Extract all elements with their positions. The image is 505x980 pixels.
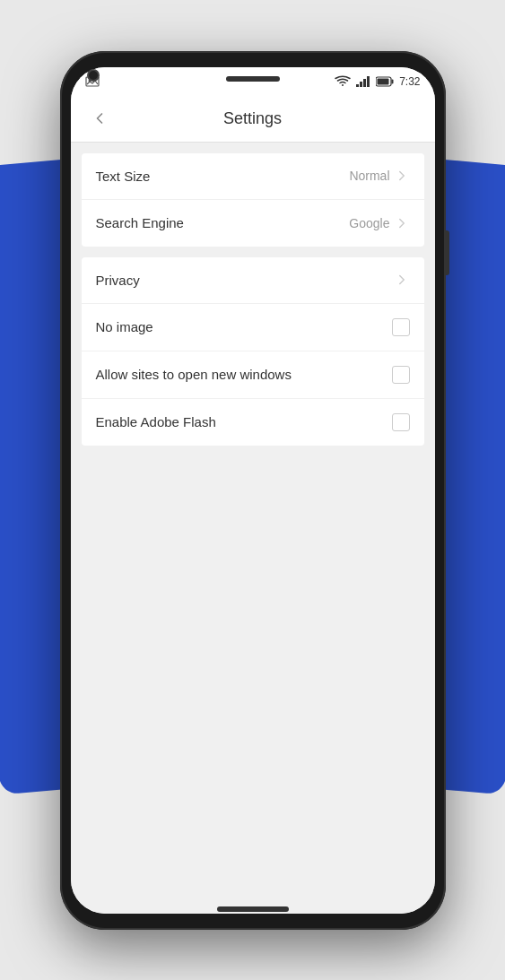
svg-rect-8 — [378, 78, 389, 84]
svg-rect-3 — [360, 82, 362, 87]
search-engine-item[interactable]: Search Engine Google — [82, 200, 424, 247]
privacy-label: Privacy — [96, 273, 394, 288]
settings-content: Text Size Normal Search Engine Google — [71, 143, 435, 914]
wifi-icon — [335, 75, 351, 87]
app-bar: Settings — [71, 96, 435, 143]
settings-group-2: Privacy No image Allow sites to open new… — [82, 257, 424, 446]
privacy-chevron — [394, 272, 410, 288]
top-speaker — [226, 76, 280, 82]
signal-icon — [356, 76, 370, 87]
no-image-item[interactable]: No image — [82, 304, 424, 351]
no-image-label: No image — [96, 319, 392, 334]
search-engine-label: Search Engine — [96, 215, 350, 230]
text-size-chevron — [394, 168, 410, 184]
phone-body: 7:32 Settings Text Size Normal — [60, 51, 446, 930]
status-time: 7:32 — [399, 75, 420, 88]
screen: 7:32 Settings Text Size Normal — [71, 67, 435, 914]
text-size-label: Text Size — [96, 169, 350, 184]
back-button[interactable] — [85, 104, 114, 133]
svg-rect-5 — [367, 76, 370, 87]
text-size-value: Normal — [349, 169, 389, 183]
side-button — [446, 230, 449, 275]
allow-new-windows-checkbox[interactable] — [392, 366, 410, 384]
search-engine-chevron — [394, 215, 410, 231]
front-camera — [87, 69, 100, 82]
status-bar: 7:32 — [71, 67, 435, 96]
privacy-item[interactable]: Privacy — [82, 257, 424, 304]
allow-new-windows-label: Allow sites to open new windows — [96, 367, 392, 382]
bottom-speaker — [217, 906, 289, 912]
svg-rect-4 — [363, 79, 366, 87]
allow-new-windows-item[interactable]: Allow sites to open new windows — [82, 351, 424, 399]
enable-flash-checkbox[interactable] — [392, 413, 410, 431]
svg-rect-2 — [356, 84, 359, 87]
no-image-checkbox[interactable] — [392, 318, 410, 336]
app-bar-title: Settings — [114, 109, 392, 128]
svg-rect-7 — [392, 79, 394, 83]
search-engine-value: Google — [349, 216, 389, 230]
status-right: 7:32 — [335, 75, 420, 88]
settings-group-1: Text Size Normal Search Engine Google — [82, 153, 424, 247]
battery-icon — [376, 76, 394, 87]
text-size-item[interactable]: Text Size Normal — [82, 153, 424, 200]
enable-flash-label: Enable Adobe Flash — [96, 414, 392, 429]
enable-flash-item[interactable]: Enable Adobe Flash — [82, 399, 424, 446]
